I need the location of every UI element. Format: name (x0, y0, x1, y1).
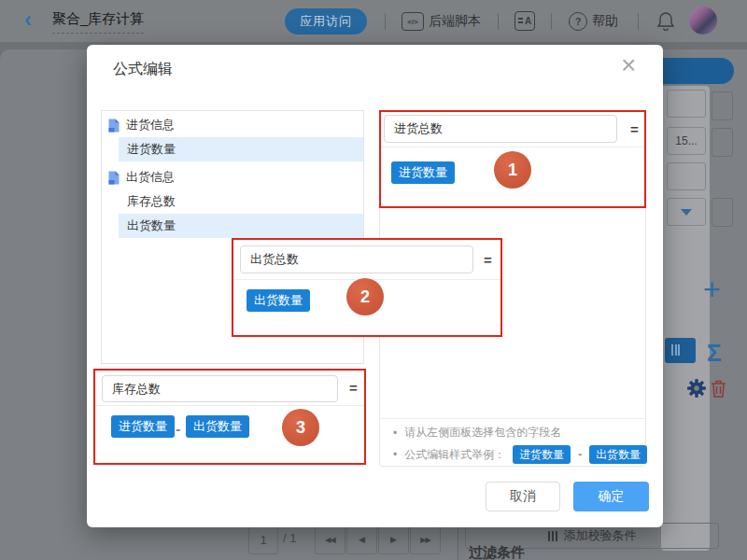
avatar[interactable] (689, 7, 717, 35)
tree-item-label: 出货数量 (127, 217, 176, 234)
page-title: 聚合_库存计算 (52, 10, 144, 34)
app-bar: ‹ 聚合_库存计算 应用访问 </> 后端脚本 A ? 帮助 (0, 0, 747, 42)
back-icon[interactable]: ‹ (24, 6, 32, 34)
backend-script-button[interactable]: 后端脚本 (429, 13, 481, 30)
first-page-button[interactable]: ◀◀ (315, 525, 345, 554)
help-icon[interactable]: ? (569, 12, 587, 31)
field-name-input-2[interactable]: 出货总数 (240, 245, 473, 273)
screen: ‹ 聚合_库存计算 应用访问 </> 后端脚本 A ? 帮助 15... (0, 0, 747, 560)
field-tag[interactable]: 出货数量 (247, 289, 310, 312)
divider (95, 405, 364, 406)
confirm-button[interactable]: 确定 (573, 482, 649, 511)
sigma-icon[interactable]: Σ (707, 339, 722, 368)
formula-card-3: 库存总数 = 进货数量 - 出货数量 (93, 369, 366, 465)
dialog-title: 公式编辑 (113, 60, 173, 79)
field-tag[interactable]: 进货数量 (391, 161, 455, 184)
tree-group-incoming[interactable]: 进货信息 (102, 113, 363, 137)
plus-icon[interactable]: + (703, 273, 721, 307)
divider (638, 13, 639, 30)
bullet: • (393, 427, 397, 440)
next-page-button[interactable]: ▶ (378, 525, 409, 554)
divider (551, 13, 552, 30)
tree-item-label: 出货信息 (126, 169, 175, 186)
field-name-input-3[interactable]: 库存总数 (102, 375, 338, 402)
background-field[interactable] (667, 162, 706, 190)
last-page-button[interactable]: ▶▶ (410, 525, 441, 554)
step-badge-3: 3 (282, 409, 319, 446)
background-field[interactable]: 15... (667, 127, 706, 155)
tree-group-outgoing[interactable]: 出货信息 (102, 165, 363, 189)
document-icon (107, 119, 120, 133)
summary-bars-icon (671, 344, 680, 356)
background-summary-button[interactable] (665, 338, 696, 363)
field-name-input-1[interactable]: 进货总数 (384, 115, 617, 143)
tree-item-label: 进货信息 (126, 117, 175, 133)
hint-line-2: • 公式编辑样式举例： 进货数量 - 出货数量 (393, 445, 647, 464)
add-validation-label: 添加校验条件 (564, 527, 637, 544)
language-icon-bars (518, 18, 523, 25)
equals-sign: = (630, 121, 639, 137)
filter-section-title: 过滤条件 (469, 544, 525, 560)
minus-operator: - (578, 448, 582, 461)
language-icon[interactable]: A (514, 11, 535, 31)
hint-text: 请从左侧面板选择包含的字段名 (404, 425, 561, 441)
tree-item-outgoing-qty[interactable]: 出货数量 (102, 214, 363, 238)
validation-list-icon (548, 531, 557, 541)
divider (498, 13, 499, 30)
divider (380, 147, 645, 147)
divider (385, 13, 386, 30)
background-field[interactable] (667, 90, 706, 118)
example-field-tag: 出货数量 (589, 445, 647, 464)
hint-text: 公式编辑样式举例： (404, 447, 505, 463)
background-field[interactable] (712, 91, 733, 120)
page-total: / 1 (283, 531, 296, 545)
bell-icon[interactable] (655, 10, 676, 32)
page-number-input[interactable]: 1 (248, 525, 278, 554)
equals-sign: = (349, 380, 358, 396)
bullet: • (393, 448, 397, 461)
background-field[interactable] (712, 128, 733, 157)
formula-edit-dialog: 公式编辑 × 进货信息 进货数量 出货信息 库存 (87, 45, 663, 527)
gear-icon[interactable] (686, 378, 707, 399)
language-icon-letter: A (525, 16, 531, 26)
divider (380, 418, 645, 419)
minus-operator: - (176, 421, 180, 438)
tree-item-stock-total[interactable]: 库存总数 (102, 189, 363, 214)
step-badge-1: 1 (494, 151, 531, 189)
equals-sign: = (484, 252, 492, 268)
field-tag[interactable]: 进货数量 (111, 415, 175, 438)
app-access-button[interactable]: 应用访问 (285, 8, 367, 35)
hint-line-1: • 请从左侧面板选择包含的字段名 (393, 425, 561, 441)
background-select[interactable] (667, 198, 706, 226)
field-tag[interactable]: 出货数量 (186, 415, 249, 438)
tree-item-incoming-qty[interactable]: 进货数量 (102, 137, 363, 161)
tree-item-label: 进货数量 (127, 141, 176, 158)
close-icon[interactable]: × (621, 52, 636, 78)
cancel-button[interactable]: 取消 (486, 482, 560, 511)
example-field-tag: 进货数量 (513, 445, 571, 464)
code-icon[interactable]: </> (402, 12, 424, 31)
background-field[interactable] (712, 198, 733, 227)
document-icon (107, 171, 120, 185)
tree-item-label: 库存总数 (127, 193, 176, 210)
dropdown-caret-icon (681, 209, 692, 216)
prev-page-button[interactable]: ◀ (346, 525, 377, 554)
background-dropdown-panel: 15... (661, 86, 710, 551)
trash-icon[interactable] (710, 379, 727, 399)
help-button[interactable]: 帮助 (592, 13, 618, 30)
step-badge-2: 2 (346, 278, 384, 315)
